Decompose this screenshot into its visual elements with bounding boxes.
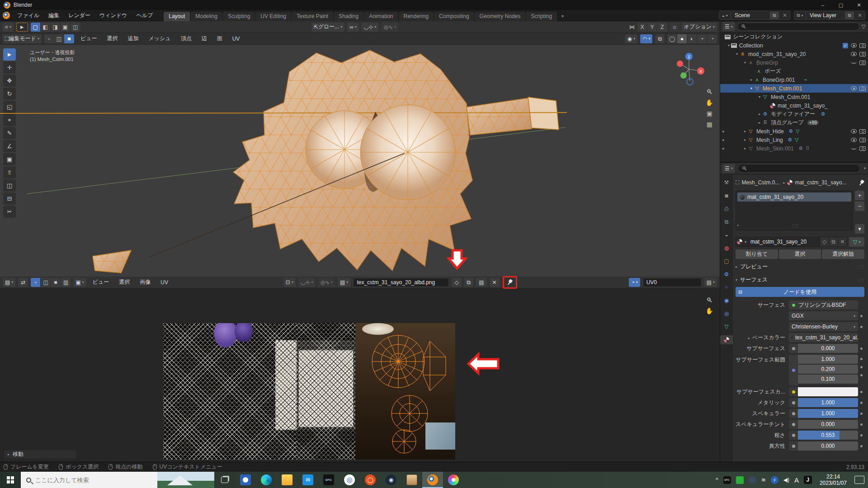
outliner-search-input[interactable]: 🔍︎: [737, 23, 859, 31]
tab-compositing[interactable]: Compositing: [434, 12, 474, 21]
tab-modeling[interactable]: Modeling: [190, 12, 222, 21]
copy-image-icon[interactable]: ⧉: [464, 278, 474, 287]
tool-transform[interactable]: ⌖: [3, 114, 16, 126]
vp-menu-select[interactable]: 選択: [104, 35, 122, 42]
tool-rotate[interactable]: ↻: [3, 88, 16, 100]
tab-layout[interactable]: Layout: [164, 12, 190, 21]
tab-shading[interactable]: Shading: [334, 12, 363, 21]
camera-visibility-icon[interactable]: [859, 146, 866, 151]
taskbar-app-mediaplayer[interactable]: [235, 472, 256, 488]
material-unlink-icon[interactable]: ✕: [838, 237, 847, 246]
tool-annotate[interactable]: ✎: [3, 127, 16, 139]
tray-lightning-icon[interactable]: ⚡: [771, 476, 778, 484]
collection-checkbox[interactable]: ✓: [843, 43, 848, 48]
shading-material-icon[interactable]: ◐: [687, 34, 697, 43]
vp-menu-mesh[interactable]: メッシュ: [145, 35, 175, 42]
uv-menu-uv[interactable]: UV: [157, 279, 172, 286]
properties-search-input[interactable]: 🔍︎: [738, 164, 860, 173]
properties-options-dropdown[interactable]: ▾: [864, 166, 866, 170]
outliner-filter-icon[interactable]: ▽: [862, 23, 866, 30]
material-copy-icon[interactable]: ⧉: [829, 237, 838, 246]
search-highlight-image[interactable]: [157, 472, 214, 488]
outliner-row-bonegrp-001[interactable]: ▸⋏ BoneGrp.001 ⌁: [720, 75, 868, 84]
subsurface-method-dropdown[interactable]: Christensen-Burley▾: [789, 322, 858, 331]
task-view-button[interactable]: [214, 472, 235, 488]
search-input[interactable]: [35, 477, 148, 483]
new-scene-icon[interactable]: ⧉: [770, 12, 779, 19]
hidden-eye-icon[interactable]: [851, 60, 857, 64]
material-fake-user-icon[interactable]: ◇: [820, 237, 829, 246]
vp-menu-vertex[interactable]: 頂点: [177, 35, 195, 42]
taskbar-app-epic[interactable]: EPIC: [318, 472, 339, 488]
camera-visibility-icon[interactable]: [859, 86, 866, 91]
subsurface-radius-x[interactable]: 1.000: [798, 355, 858, 364]
metallic-slider[interactable]: 1.000: [798, 398, 858, 407]
specular-socket[interactable]: [789, 409, 798, 418]
view-layer-selector[interactable]: ⧉▾ View Layer ⧉ ✕: [794, 11, 865, 20]
outliner-row-armature-object[interactable]: ▾⋔ mod_cstm_31_sayo_20: [720, 50, 868, 58]
material-slot-row[interactable]: mat_cstm_31_sayo_20: [737, 192, 851, 202]
uv-edge-select-icon[interactable]: ◫: [41, 278, 51, 287]
select-button[interactable]: 選択: [779, 249, 821, 259]
mirror-y-button[interactable]: Y: [647, 23, 657, 32]
uv-sync-toggle[interactable]: ⇄: [18, 278, 28, 287]
blender-menu-icon[interactable]: [3, 12, 10, 19]
camera-visibility-icon[interactable]: [859, 52, 866, 56]
outliner-row-scene-collection[interactable]: シーンコレクション: [720, 33, 868, 41]
tab-rendering[interactable]: Rendering: [399, 12, 434, 21]
scene-selector[interactable]: ◒▾ Scene ⧉ ✕: [719, 11, 790, 20]
tool-bevel[interactable]: ⊟: [3, 192, 16, 205]
subsurface-value-slider[interactable]: 0.000: [798, 344, 858, 353]
outliner-row-collection[interactable]: ▾ Collection ✓: [720, 41, 868, 50]
shading-solid-icon[interactable]: ●: [677, 34, 687, 43]
operator-panel-move[interactable]: ▸ 移動: [4, 450, 77, 459]
vp-menu-edge[interactable]: 辺: [198, 35, 211, 42]
select-subtract-icon[interactable]: ◨: [51, 23, 61, 32]
minimize-button[interactable]: –: [814, 0, 832, 10]
transform-orientation-dropdown[interactable]: ⇱ グロー...▾: [311, 23, 345, 32]
unlink-scene-icon[interactable]: ✕: [780, 12, 790, 19]
uv-canvas[interactable]: ▸ 移動 🔍︎ ✋: [0, 288, 720, 462]
tab-render[interactable]: ◙: [721, 191, 732, 200]
distribution-dropdown[interactable]: GGX▾: [789, 311, 858, 320]
editor-type-uv-icon[interactable]: ▤▾: [3, 278, 15, 287]
tray-expand-icon[interactable]: ^: [716, 477, 718, 483]
specular-tint-socket[interactable]: [789, 420, 798, 429]
camera-visibility-icon[interactable]: [859, 129, 866, 134]
tool-move[interactable]: ✥: [3, 75, 16, 87]
taskbar-app-spiral[interactable]: ◎: [339, 472, 360, 488]
add-slot-button[interactable]: +: [855, 191, 864, 200]
tab-object-data[interactable]: ▽: [721, 322, 732, 331]
transform-pivot-dropdown[interactable]: ∞▾: [347, 23, 359, 32]
tray-volume-icon[interactable]: ◀): [783, 477, 789, 483]
material-selector[interactable]: ▾ mat_cstm_31_sayo_20 ◇ ⧉ ✕: [736, 237, 847, 247]
metallic-socket[interactable]: [789, 398, 798, 407]
tray-green-icon[interactable]: [736, 476, 744, 484]
subsurface-radius-socket[interactable]: [789, 355, 798, 385]
tab-physics[interactable]: ◉: [721, 296, 732, 305]
menu-render[interactable]: レンダー: [64, 10, 95, 21]
camera-visibility-icon[interactable]: [859, 138, 866, 142]
tab-texture-paint[interactable]: Texture Paint: [292, 12, 333, 21]
tab-particles[interactable]: ⁘: [721, 283, 732, 292]
active-tool-button[interactable]: ►: [16, 23, 28, 32]
subsurface-color-swatch[interactable]: [798, 387, 858, 396]
remove-slot-button[interactable]: −: [855, 202, 864, 211]
outliner-row-mesh-hide[interactable]: ● ▸▽ Mesh_Hide ⚙ ▽: [720, 127, 868, 136]
uv-menu-select[interactable]: 選択: [115, 278, 133, 286]
tab-scripting[interactable]: Scripting: [526, 12, 557, 21]
tab-uv-editing[interactable]: UV Editing: [255, 12, 291, 21]
outliner-row-mesh-ling[interactable]: ● ▸▽ Mesh_Ling ⚙ ▽: [720, 136, 868, 144]
uv-menu-view[interactable]: ビュー: [89, 278, 113, 286]
add-workspace-button[interactable]: +: [557, 12, 568, 21]
tool-extrude[interactable]: ⇧: [3, 166, 16, 178]
tray-wifi-icon[interactable]: ≋: [761, 477, 766, 483]
outliner-row-vertex-groups[interactable]: ▸⠿ 頂点グループ +99: [720, 118, 868, 127]
edge-select-icon[interactable]: ◫: [54, 34, 64, 43]
tab-material[interactable]: [720, 335, 733, 344]
editor-type-outliner-icon[interactable]: ☰▾: [722, 22, 735, 31]
tab-modifiers[interactable]: ⚙: [721, 270, 732, 279]
taskbar-app-explorer[interactable]: [277, 472, 297, 488]
select-extend-icon[interactable]: ◧: [41, 23, 51, 32]
mirror-x-button[interactable]: X: [637, 23, 647, 32]
